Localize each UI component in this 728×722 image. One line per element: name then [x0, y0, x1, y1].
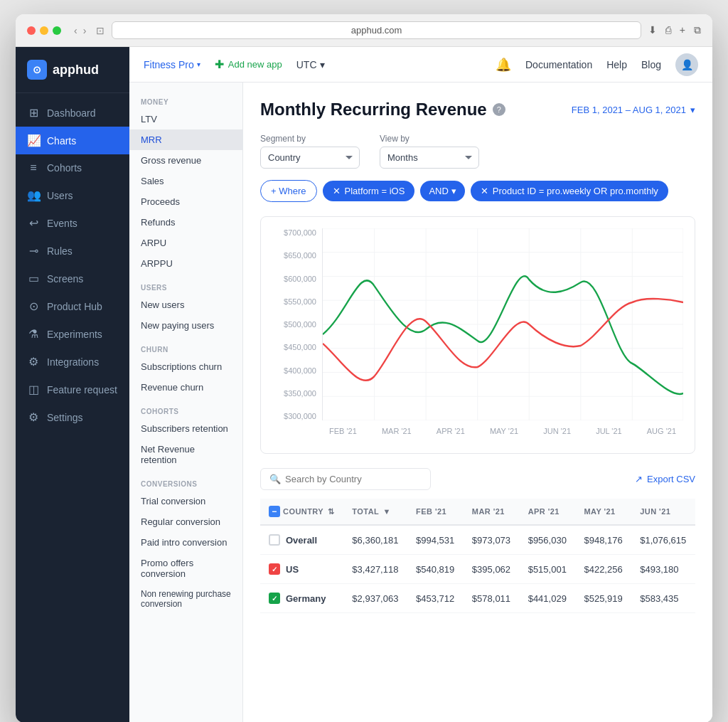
menu-item-sales[interactable]: Sales — [129, 171, 242, 191]
sidebar-item-experiments[interactable]: ⚗ Experiments — [16, 320, 129, 348]
th-may: MAY '21 — [575, 499, 631, 525]
date-range-selector[interactable]: FEB 1, 2021 – AUG 1, 2021 ▾ — [572, 105, 695, 115]
filter-pills: + Where ✕ Platform = iOS AND ▾ ✕ Product… — [260, 180, 695, 202]
sidebar-toggle[interactable]: ⊡ — [96, 25, 105, 36]
top-nav: Fitness Pro ▾ ✚ Add new app UTC ▾ 🔔 Docu… — [129, 47, 712, 83]
sidebar-item-screens[interactable]: ▭ Screens — [16, 265, 129, 292]
forward-button[interactable]: › — [83, 25, 87, 36]
x-label-may: MAY '21 — [490, 427, 518, 435]
user-avatar[interactable]: 👤 — [675, 53, 698, 76]
sidebar-item-settings[interactable]: ⚙ Settings — [16, 403, 129, 431]
cell-total: $6,360,181 — [343, 525, 407, 555]
sidebar-item-users[interactable]: 👥 Users — [16, 181, 129, 209]
menu-item-subscribers-retention[interactable]: Subscribers retention — [129, 418, 242, 439]
menu-item-new-paying-users[interactable]: New paying users — [129, 315, 242, 336]
sort-icon[interactable]: ⇅ — [328, 507, 334, 516]
menu-item-proceeds[interactable]: Proceeds — [129, 191, 242, 212]
sidebar-item-cohorts[interactable]: ≡ Cohorts — [16, 154, 129, 181]
menu-item-mrr[interactable]: MRR — [129, 129, 242, 150]
cohorts-icon: ≡ — [27, 161, 40, 174]
search-input[interactable] — [285, 474, 422, 484]
help-link[interactable]: Help — [606, 59, 627, 70]
submenu-section-churn: CHURN Subscriptions churn Revenue churn — [129, 341, 242, 398]
cell-total: $3,427,118 — [343, 555, 407, 584]
sidebar-item-charts[interactable]: 📈 Charts — [16, 127, 129, 154]
top-nav-right: 🔔 Documentation Help Blog 👤 — [496, 53, 698, 76]
menu-item-regular-conversion[interactable]: Regular conversion — [129, 511, 242, 532]
new-tab-icon[interactable]: + — [680, 24, 685, 36]
product-hub-icon: ⊙ — [27, 299, 40, 313]
cell-jun: $583,435 — [631, 584, 695, 613]
timezone-selector[interactable]: UTC ▾ — [296, 59, 325, 70]
info-icon[interactable]: ? — [493, 103, 505, 116]
blog-link[interactable]: Blog — [641, 59, 661, 70]
documentation-link[interactable]: Documentation — [525, 59, 592, 70]
menu-item-arpu[interactable]: ARPU — [129, 233, 242, 253]
cell-country: Overall — [260, 525, 343, 555]
back-button[interactable]: ‹ — [74, 25, 77, 36]
search-icon: 🔍 — [269, 474, 281, 484]
sidebar-item-dashboard[interactable]: ⊞ Dashboard — [16, 99, 129, 127]
sort-icon-total[interactable]: ▼ — [382, 507, 390, 516]
url-bar[interactable]: apphud.com — [112, 21, 641, 39]
menu-item-refunds[interactable]: Refunds — [129, 212, 242, 233]
menu-item-new-users[interactable]: New users — [129, 294, 242, 315]
cell-apr: $441,029 — [520, 584, 576, 613]
table-toolbar: 🔍 ↗ Export CSV — [260, 468, 695, 490]
cell-feb: $540,819 — [407, 555, 464, 584]
sidebar-item-events[interactable]: ↩ Events — [16, 209, 129, 237]
menu-item-paid-intro-conversion[interactable]: Paid intro conversion — [129, 532, 242, 553]
menu-item-trial-conversion[interactable]: Trial conversion — [129, 491, 242, 511]
menu-item-arppu[interactable]: ARPPU — [129, 253, 242, 274]
minimize-button[interactable] — [40, 26, 48, 35]
menu-item-ltv[interactable]: LTV — [129, 109, 242, 129]
sidebar-nav: ⊞ Dashboard 📈 Charts ≡ Cohorts 👥 Users ↩ — [16, 93, 129, 437]
sidebar-item-product-hub[interactable]: ⊙ Product Hub — [16, 292, 129, 320]
cell-jun: $493,180 — [631, 555, 695, 584]
segment-select[interactable]: Country Platform Product — [260, 147, 360, 169]
menu-item-net-revenue-retention[interactable]: Net Revenue retention — [129, 439, 242, 470]
product-filter-pill[interactable]: ✕ Product ID = pro.weekly OR pro.monthly — [471, 181, 668, 201]
close-button[interactable] — [27, 26, 36, 35]
table-row: ✓ Germany $2,937,063 $453,712 $578,011 $… — [260, 584, 695, 613]
minus-icon[interactable]: − — [269, 506, 280, 517]
viewby-select[interactable]: Months Weeks Days — [380, 147, 479, 169]
row-checkbox-germany[interactable]: ✓ — [269, 593, 280, 604]
add-app-button[interactable]: ✚ Add new app — [215, 58, 282, 71]
app-selector[interactable]: Fitness Pro ▾ — [144, 59, 200, 70]
sidebar-item-label: Experiments — [47, 329, 102, 340]
sidebar-item-rules[interactable]: ⊸ Rules — [16, 237, 129, 265]
sidebar-item-integrations[interactable]: ⚙ Integrations — [16, 348, 129, 376]
download-icon[interactable]: ⬇ — [648, 24, 657, 36]
bell-icon[interactable]: 🔔 — [496, 57, 511, 73]
y-label-300k: $300,000 — [284, 412, 316, 420]
date-range-label: FEB 1, 2021 – AUG 1, 2021 — [572, 105, 686, 115]
section-label-money: MONEY — [129, 94, 242, 109]
y-label-550k: $550,000 — [284, 297, 316, 306]
maximize-button[interactable] — [53, 26, 61, 35]
sidebar-item-label: Screens — [47, 273, 83, 285]
row-checkbox-overall[interactable] — [269, 534, 280, 546]
settings-icon: ⚙ — [27, 410, 40, 424]
chevron-down-icon: ▾ — [197, 60, 200, 68]
and-operator[interactable]: AND ▾ — [420, 181, 464, 201]
search-container: 🔍 — [260, 468, 431, 490]
sidebar-item-feature-request[interactable]: ◫ Feature request — [16, 376, 129, 403]
where-button[interactable]: + Where — [260, 180, 317, 202]
content-area: Monthly Recurring Revenue ? FEB 1, 2021 … — [243, 83, 712, 722]
table-row: ✓ US $3,427,118 $540,819 $395,062 $515,0… — [260, 555, 695, 584]
page-title-row: Monthly Recurring Revenue ? — [260, 100, 505, 120]
menu-item-revenue-churn[interactable]: Revenue churn — [129, 377, 242, 398]
tabs-icon[interactable]: ⧉ — [694, 24, 701, 36]
menu-item-non-renewing[interactable]: Non renewing purchase conversion — [129, 584, 242, 614]
menu-item-subscriptions-churn[interactable]: Subscriptions churn — [129, 356, 242, 377]
filters-row: Segment by Country Platform Product View… — [260, 134, 695, 169]
menu-item-promo-offers-conversion[interactable]: Promo offers conversion — [129, 553, 242, 584]
row-checkbox-us[interactable]: ✓ — [269, 563, 280, 575]
share-icon[interactable]: ⎙ — [665, 24, 671, 36]
charts-icon: 📈 — [27, 134, 40, 147]
platform-filter-pill[interactable]: ✕ Platform = iOS — [323, 181, 415, 201]
menu-item-gross-revenue[interactable]: Gross revenue — [129, 150, 242, 171]
close-icon: ✕ — [481, 186, 488, 196]
export-csv-button[interactable]: ↗ Export CSV — [635, 474, 695, 484]
